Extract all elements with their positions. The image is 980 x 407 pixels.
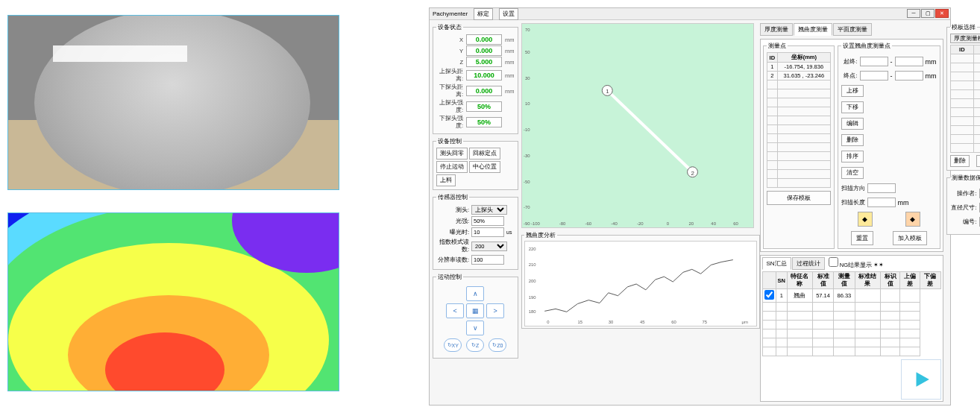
points-table: ID坐标(mm) 1-16.754, 19.836 231.635 , -23.…	[767, 52, 831, 188]
sensor-select[interactable]: 200	[471, 242, 507, 251]
svg-text:0: 0	[666, 221, 669, 226]
status-value: 50%	[466, 101, 502, 112]
menu-calibrate[interactable]: 标定	[474, 8, 493, 20]
tab-flatness[interactable]: 平面度测量	[833, 23, 872, 36]
pachymenter-window: Pachymenter 标定 设置 ─ ▢ ✕ 设备状态 X 0.000 mmY…	[429, 7, 951, 406]
svg-text:-60: -60	[585, 221, 591, 226]
motion-legend: 运动控制	[436, 273, 463, 281]
setpt-btn[interactable]: 编辑	[841, 118, 864, 130]
sensor-legend: 传感器控制	[436, 193, 469, 201]
save-template-button[interactable]: 保存模板	[767, 191, 831, 205]
device-btn[interactable]: 回标定点	[469, 148, 500, 160]
mark-b-button[interactable]: ◆	[905, 212, 920, 227]
play-button[interactable]	[901, 359, 941, 400]
tab-sn-summary[interactable]: SN汇总	[762, 257, 791, 270]
sensor-input[interactable]	[471, 216, 504, 226]
setpt-btn[interactable]: 清空	[841, 167, 864, 179]
mark-a-button[interactable]: ◆	[858, 212, 873, 227]
model-select[interactable]: 厚度测量模板	[950, 34, 981, 43]
svg-text:200: 200	[528, 279, 536, 283]
svg-text:50: 50	[524, 50, 530, 54]
arrow-right[interactable]: >	[486, 303, 504, 318]
motion-z0[interactable]: ↻ Z0	[489, 338, 506, 352]
ng-checkbox[interactable]	[829, 257, 838, 267]
load-template-button[interactable]: 加入模板	[893, 231, 927, 245]
svg-text:60: 60	[671, 320, 676, 324]
points-legend: 测量点	[767, 42, 788, 50]
setpt-btn[interactable]: 排序	[841, 151, 864, 163]
home-btn[interactable]: ▦	[466, 303, 484, 318]
data-save-panel: 测量数据保存 操作者: 直径尺寸: mm 编号:	[946, 174, 981, 235]
ng-checkbox-label[interactable]: NG结果显示 ✶✶	[829, 257, 884, 270]
svg-text:μm: μm	[741, 320, 747, 324]
svg-text:210: 210	[528, 262, 536, 267]
close-button[interactable]: ✕	[935, 9, 949, 18]
min-button[interactable]: ─	[907, 9, 920, 18]
model-delete[interactable]: 删除	[950, 155, 970, 167]
model-panel: 模板选择 厚度测量模板 IDName 删除 修改 加载	[946, 23, 981, 171]
motion-xy[interactable]: ↻ XY	[444, 338, 462, 352]
arrow-up[interactable]: ∧	[466, 286, 484, 301]
tab-thickness[interactable]: 厚度测量	[760, 23, 793, 36]
analysis-panel: 翘曲度分析 220210200 190180 01530 456075 μm	[521, 231, 760, 329]
titlebar: Pachymenter 标定 设置 ─ ▢ ✕	[430, 8, 950, 20]
set-points-legend: 设置翘曲度测量点	[841, 42, 892, 50]
status-value: 0.000	[466, 34, 502, 45]
model-legend: 模板选择	[950, 23, 977, 31]
svg-text:-70: -70	[523, 205, 530, 209]
end-y-input[interactable]	[895, 71, 923, 81]
svg-text:220: 220	[528, 247, 536, 251]
status-value: 0.000	[466, 86, 502, 96]
motion-z[interactable]: ↻ Z	[466, 338, 484, 352]
table-row: 1 翘曲 57.14 86.33	[762, 289, 940, 303]
data-save-legend: 测量数据保存	[950, 174, 981, 182]
reset-button[interactable]: 重置	[851, 231, 873, 245]
sensor-panel: 传感器控制 测头:上探头光强:曝光时:us指数模式读数:200分辨率读数:	[433, 193, 518, 270]
table-row: 1-16.754, 19.836	[767, 63, 830, 72]
svg-text:-30: -30	[523, 154, 530, 158]
status-value: 10.000	[466, 70, 502, 81]
results-table: SN特征名称标准值测量值标准结果标识值上偏差下偏差 1 翘曲 57.14 86.…	[762, 271, 941, 356]
menu-settings[interactable]: 设置	[499, 8, 518, 20]
profile-plot: 220210200 190180 01530 456075 μm	[524, 241, 757, 326]
svg-marker-35	[916, 372, 929, 387]
points-panel: 测量点 ID坐标(mm) 1-16.754, 19.836 231.635 , …	[763, 42, 835, 249]
svg-text:1: 1	[606, 88, 609, 95]
svg-text:-80: -80	[559, 221, 565, 226]
device-ctrl-legend: 设备控制	[436, 137, 463, 145]
svg-line-0	[607, 90, 692, 171]
sensor-input[interactable]	[471, 227, 504, 237]
status-legend: 设备状态	[436, 23, 463, 31]
device-btn[interactable]: 测头回零	[436, 148, 468, 160]
scan-len-input[interactable]	[867, 198, 896, 207]
device-btn[interactable]: 中心位置	[469, 161, 500, 173]
sensor-input[interactable]	[471, 255, 504, 265]
device-btn[interactable]: 停止运动	[436, 161, 468, 173]
start-y-input[interactable]	[895, 57, 923, 66]
svg-text:30: 30	[524, 76, 530, 81]
arrow-left[interactable]: <	[446, 303, 464, 318]
sensor-select[interactable]: 上探头	[471, 205, 507, 215]
scan-dir-input[interactable]	[867, 183, 896, 193]
status-value: 0.000	[466, 45, 502, 56]
model-edit[interactable]: 修改	[976, 155, 980, 167]
end-x-input[interactable]	[860, 71, 888, 81]
set-points-panel: 设置翘曲度测量点 起终: - mm 终点: - mm	[838, 42, 940, 249]
results-panel: SN汇总 过程统计 NG结果显示 ✶✶ SN特征名称标准值测量值标准结果标识值上…	[760, 255, 943, 402]
svg-text:-20: -20	[636, 221, 643, 226]
row-check[interactable]	[764, 290, 774, 300]
setpt-btn[interactable]: 上移	[841, 85, 864, 97]
svg-text:-40: -40	[611, 221, 618, 226]
arrow-down[interactable]: ∨	[466, 321, 484, 335]
max-button[interactable]: ▢	[921, 9, 935, 18]
device-btn[interactable]: 上料	[436, 174, 456, 186]
wafer-photo	[7, 15, 339, 190]
setpt-btn[interactable]: 下移	[841, 101, 864, 113]
setpt-btn[interactable]: 删除	[841, 134, 864, 146]
tab-warp[interactable]: 翘曲度测量	[794, 23, 832, 36]
tab-process-stat[interactable]: 过程统计	[792, 257, 825, 270]
svg-text:40: 40	[711, 221, 716, 226]
status-value: 5.000	[466, 57, 502, 67]
device-control-panel: 设备控制 测头回零回标定点停止运动中心位置上料	[433, 137, 518, 190]
start-x-input[interactable]	[860, 57, 888, 66]
